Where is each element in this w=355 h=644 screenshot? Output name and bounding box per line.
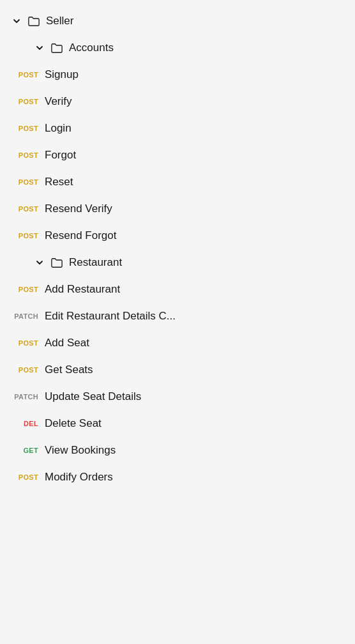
api-tree: Seller Accounts POST Signup POST Verify … <box>0 0 355 498</box>
method-badge: DEL <box>10 420 38 427</box>
method-badge: POST <box>10 71 38 79</box>
endpoint-get-seats[interactable]: POST Get Seats <box>0 356 355 383</box>
endpoint-label: View Bookings <box>45 444 116 457</box>
method-badge: PATCH <box>10 393 38 401</box>
method-badge: POST <box>10 205 38 213</box>
endpoint-delete-seat[interactable]: DEL Delete Seat <box>0 410 355 437</box>
endpoint-update-seat[interactable]: PATCH Update Seat Details <box>0 383 355 410</box>
method-badge: POST <box>10 232 38 240</box>
endpoint-label: Verify <box>45 95 72 108</box>
seller-chevron-icon <box>10 15 23 27</box>
method-badge: POST <box>10 366 38 374</box>
endpoint-label: Delete Seat <box>45 417 102 430</box>
accounts-group[interactable]: Accounts <box>0 34 355 61</box>
seller-group[interactable]: Seller <box>0 8 355 34</box>
endpoint-resend-forgot[interactable]: POST Resend Forgot <box>0 222 355 249</box>
method-badge: PATCH <box>10 312 38 320</box>
method-badge: GET <box>10 447 38 454</box>
endpoint-label: Edit Restaurant Details C... <box>45 310 176 323</box>
accounts-folder-icon <box>50 41 64 55</box>
endpoint-edit-restaurant[interactable]: PATCH Edit Restaurant Details C... <box>0 303 355 330</box>
endpoint-signup[interactable]: POST Signup <box>0 61 355 88</box>
endpoint-forgot[interactable]: POST Forgot <box>0 142 355 169</box>
method-badge: POST <box>10 178 38 186</box>
restaurant-folder-icon <box>50 256 64 270</box>
method-badge: POST <box>10 339 38 347</box>
endpoint-label: Reset <box>45 176 73 188</box>
endpoint-login[interactable]: POST Login <box>0 115 355 142</box>
endpoint-label: Add Restaurant <box>45 283 120 296</box>
accounts-label: Accounts <box>69 42 114 54</box>
method-badge: POST <box>10 125 38 132</box>
endpoint-add-seat[interactable]: POST Add Seat <box>0 330 355 356</box>
endpoint-label: Login <box>45 122 72 135</box>
endpoint-modify-orders[interactable]: POST Modify Orders <box>0 464 355 491</box>
restaurant-group[interactable]: Restaurant <box>0 249 355 276</box>
endpoint-label: Update Seat Details <box>45 390 141 403</box>
method-badge: POST <box>10 98 38 105</box>
endpoint-reset[interactable]: POST Reset <box>0 169 355 195</box>
endpoint-resend-verify[interactable]: POST Resend Verify <box>0 195 355 222</box>
accounts-chevron-icon <box>33 42 46 54</box>
method-badge: POST <box>10 286 38 293</box>
method-badge: POST <box>10 151 38 159</box>
restaurant-label: Restaurant <box>69 256 122 269</box>
endpoint-view-bookings[interactable]: GET View Bookings <box>0 437 355 464</box>
endpoint-label: Forgot <box>45 149 76 162</box>
endpoint-label: Signup <box>45 68 79 81</box>
endpoint-add-restaurant[interactable]: POST Add Restaurant <box>0 276 355 303</box>
seller-folder-icon <box>27 14 41 28</box>
endpoint-label: Modify Orders <box>45 471 113 484</box>
endpoint-label: Get Seats <box>45 364 93 376</box>
endpoint-verify[interactable]: POST Verify <box>0 88 355 115</box>
seller-label: Seller <box>46 15 73 27</box>
endpoint-label: Resend Forgot <box>45 229 116 242</box>
endpoint-label: Resend Verify <box>45 203 112 215</box>
method-badge: POST <box>10 473 38 481</box>
restaurant-chevron-icon <box>33 256 46 269</box>
endpoint-label: Add Seat <box>45 337 89 349</box>
